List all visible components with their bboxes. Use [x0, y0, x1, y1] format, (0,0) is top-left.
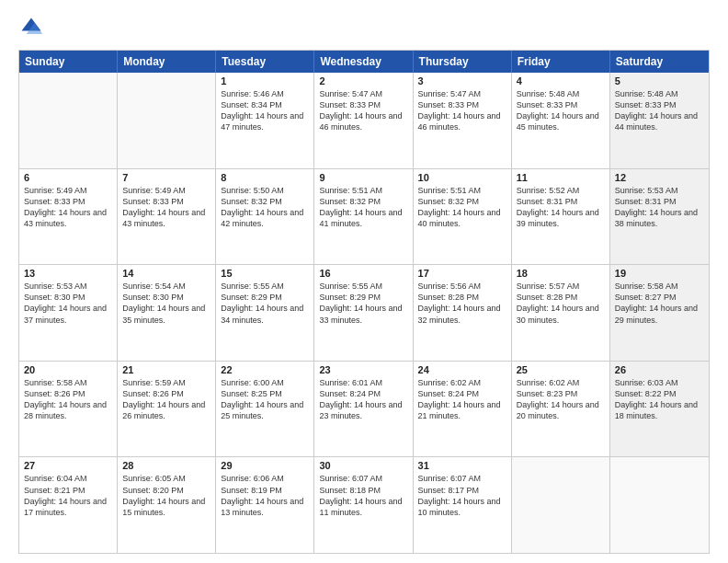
- day-info: Sunrise: 5:46 AM Sunset: 8:34 PM Dayligh…: [221, 88, 309, 133]
- day-info: Sunrise: 6:07 AM Sunset: 8:17 PM Dayligh…: [418, 473, 506, 518]
- day-number: 15: [221, 268, 309, 279]
- day-number: 27: [24, 460, 112, 471]
- day-info: Sunrise: 5:48 AM Sunset: 8:33 PM Dayligh…: [517, 88, 605, 133]
- day-info: Sunrise: 5:53 AM Sunset: 8:30 PM Dayligh…: [24, 281, 112, 326]
- day-number: 25: [517, 364, 605, 375]
- day-info: Sunrise: 5:49 AM Sunset: 8:33 PM Dayligh…: [122, 185, 210, 230]
- day-number: 22: [221, 364, 309, 375]
- header: [18, 15, 710, 40]
- day-cell: 13Sunrise: 5:53 AM Sunset: 8:30 PM Dayli…: [19, 265, 118, 361]
- day-cell: 26Sunrise: 6:03 AM Sunset: 8:22 PM Dayli…: [610, 362, 709, 457]
- day-number: 4: [517, 75, 605, 86]
- day-number: 21: [122, 364, 210, 375]
- header-day-monday: Monday: [118, 51, 216, 73]
- day-cell: 9Sunrise: 5:51 AM Sunset: 8:32 PM Daylig…: [314, 169, 413, 265]
- day-info: Sunrise: 6:02 AM Sunset: 8:24 PM Dayligh…: [418, 377, 506, 422]
- logo: [18, 15, 48, 40]
- day-number: 10: [418, 172, 506, 183]
- day-info: Sunrise: 6:04 AM Sunset: 8:21 PM Dayligh…: [24, 473, 112, 518]
- day-cell: 3Sunrise: 5:47 AM Sunset: 8:33 PM Daylig…: [414, 73, 512, 168]
- day-cell: 8Sunrise: 5:50 AM Sunset: 8:32 PM Daylig…: [216, 169, 314, 265]
- day-info: Sunrise: 6:00 AM Sunset: 8:25 PM Dayligh…: [221, 377, 309, 422]
- day-info: Sunrise: 5:47 AM Sunset: 8:33 PM Dayligh…: [418, 88, 506, 133]
- logo-icon: [18, 15, 44, 40]
- day-cell: [512, 457, 610, 553]
- day-number: 12: [615, 172, 704, 183]
- day-info: Sunrise: 5:50 AM Sunset: 8:32 PM Dayligh…: [221, 185, 309, 230]
- day-cell: 11Sunrise: 5:52 AM Sunset: 8:31 PM Dayli…: [512, 169, 610, 265]
- day-cell: 24Sunrise: 6:02 AM Sunset: 8:24 PM Dayli…: [414, 362, 512, 457]
- day-cell: 4Sunrise: 5:48 AM Sunset: 8:33 PM Daylig…: [512, 73, 610, 168]
- day-number: 20: [24, 364, 112, 375]
- day-cell: 20Sunrise: 5:58 AM Sunset: 8:26 PM Dayli…: [19, 362, 118, 457]
- day-info: Sunrise: 6:05 AM Sunset: 8:20 PM Dayligh…: [122, 473, 210, 518]
- day-number: 13: [24, 268, 112, 279]
- day-cell: [610, 457, 709, 553]
- day-number: 31: [418, 460, 506, 471]
- day-number: 8: [221, 172, 309, 183]
- day-info: Sunrise: 5:57 AM Sunset: 8:28 PM Dayligh…: [517, 281, 605, 326]
- day-number: 5: [615, 75, 704, 86]
- day-number: 6: [24, 172, 112, 183]
- day-cell: 6Sunrise: 5:49 AM Sunset: 8:33 PM Daylig…: [19, 169, 118, 265]
- header-day-sunday: Sunday: [19, 51, 118, 73]
- day-info: Sunrise: 6:03 AM Sunset: 8:22 PM Dayligh…: [615, 377, 704, 422]
- day-number: 3: [418, 75, 506, 86]
- day-cell: 30Sunrise: 6:07 AM Sunset: 8:18 PM Dayli…: [314, 457, 413, 553]
- calendar: SundayMondayTuesdayWednesdayThursdayFrid…: [18, 50, 710, 554]
- day-cell: 23Sunrise: 6:01 AM Sunset: 8:24 PM Dayli…: [314, 362, 413, 457]
- day-cell: 29Sunrise: 6:06 AM Sunset: 8:19 PM Dayli…: [216, 457, 314, 553]
- day-cell: 21Sunrise: 5:59 AM Sunset: 8:26 PM Dayli…: [118, 362, 216, 457]
- day-info: Sunrise: 5:54 AM Sunset: 8:30 PM Dayligh…: [122, 281, 210, 326]
- day-info: Sunrise: 6:01 AM Sunset: 8:24 PM Dayligh…: [319, 377, 407, 422]
- day-number: 24: [418, 364, 506, 375]
- day-cell: 14Sunrise: 5:54 AM Sunset: 8:30 PM Dayli…: [118, 265, 216, 361]
- calendar-body: 1Sunrise: 5:46 AM Sunset: 8:34 PM Daylig…: [19, 73, 709, 553]
- week-5: 27Sunrise: 6:04 AM Sunset: 8:21 PM Dayli…: [19, 457, 709, 553]
- header-day-friday: Friday: [512, 51, 610, 73]
- day-info: Sunrise: 5:55 AM Sunset: 8:29 PM Dayligh…: [319, 281, 407, 326]
- day-number: 7: [122, 172, 210, 183]
- day-info: Sunrise: 5:52 AM Sunset: 8:31 PM Dayligh…: [517, 185, 605, 230]
- day-number: 19: [615, 268, 704, 279]
- day-cell: [118, 73, 216, 168]
- day-number: 23: [319, 364, 407, 375]
- day-cell: 25Sunrise: 6:02 AM Sunset: 8:23 PM Dayli…: [512, 362, 610, 457]
- week-2: 6Sunrise: 5:49 AM Sunset: 8:33 PM Daylig…: [19, 169, 709, 266]
- day-cell: 10Sunrise: 5:51 AM Sunset: 8:32 PM Dayli…: [414, 169, 512, 265]
- day-info: Sunrise: 6:07 AM Sunset: 8:18 PM Dayligh…: [319, 473, 407, 518]
- day-cell: 28Sunrise: 6:05 AM Sunset: 8:20 PM Dayli…: [118, 457, 216, 553]
- day-info: Sunrise: 5:56 AM Sunset: 8:28 PM Dayligh…: [418, 281, 506, 326]
- header-day-wednesday: Wednesday: [314, 51, 413, 73]
- day-number: 14: [122, 268, 210, 279]
- day-cell: 5Sunrise: 5:48 AM Sunset: 8:33 PM Daylig…: [610, 73, 709, 168]
- day-number: 2: [319, 75, 407, 86]
- day-info: Sunrise: 6:02 AM Sunset: 8:23 PM Dayligh…: [517, 377, 605, 422]
- day-cell: 31Sunrise: 6:07 AM Sunset: 8:17 PM Dayli…: [414, 457, 512, 553]
- week-1: 1Sunrise: 5:46 AM Sunset: 8:34 PM Daylig…: [19, 73, 709, 169]
- calendar-header: SundayMondayTuesdayWednesdayThursdayFrid…: [19, 51, 709, 73]
- day-info: Sunrise: 5:58 AM Sunset: 8:27 PM Dayligh…: [615, 281, 704, 326]
- day-number: 1: [221, 75, 309, 86]
- day-cell: [19, 73, 118, 168]
- day-info: Sunrise: 5:49 AM Sunset: 8:33 PM Dayligh…: [24, 185, 112, 230]
- week-4: 20Sunrise: 5:58 AM Sunset: 8:26 PM Dayli…: [19, 362, 709, 458]
- day-cell: 15Sunrise: 5:55 AM Sunset: 8:29 PM Dayli…: [216, 265, 314, 361]
- day-info: Sunrise: 6:06 AM Sunset: 8:19 PM Dayligh…: [221, 473, 309, 518]
- day-info: Sunrise: 5:59 AM Sunset: 8:26 PM Dayligh…: [122, 377, 210, 422]
- day-number: 17: [418, 268, 506, 279]
- day-number: 26: [615, 364, 704, 375]
- week-3: 13Sunrise: 5:53 AM Sunset: 8:30 PM Dayli…: [19, 265, 709, 362]
- day-cell: 2Sunrise: 5:47 AM Sunset: 8:33 PM Daylig…: [314, 73, 413, 168]
- day-cell: 17Sunrise: 5:56 AM Sunset: 8:28 PM Dayli…: [414, 265, 512, 361]
- day-cell: 19Sunrise: 5:58 AM Sunset: 8:27 PM Dayli…: [610, 265, 709, 361]
- day-info: Sunrise: 5:53 AM Sunset: 8:31 PM Dayligh…: [615, 185, 704, 230]
- day-info: Sunrise: 5:48 AM Sunset: 8:33 PM Dayligh…: [615, 88, 704, 133]
- day-number: 18: [517, 268, 605, 279]
- day-cell: 22Sunrise: 6:00 AM Sunset: 8:25 PM Dayli…: [216, 362, 314, 457]
- day-number: 28: [122, 460, 210, 471]
- day-info: Sunrise: 5:47 AM Sunset: 8:33 PM Dayligh…: [319, 88, 407, 133]
- day-cell: 27Sunrise: 6:04 AM Sunset: 8:21 PM Dayli…: [19, 457, 118, 553]
- day-info: Sunrise: 5:51 AM Sunset: 8:32 PM Dayligh…: [319, 185, 407, 230]
- day-cell: 16Sunrise: 5:55 AM Sunset: 8:29 PM Dayli…: [314, 265, 413, 361]
